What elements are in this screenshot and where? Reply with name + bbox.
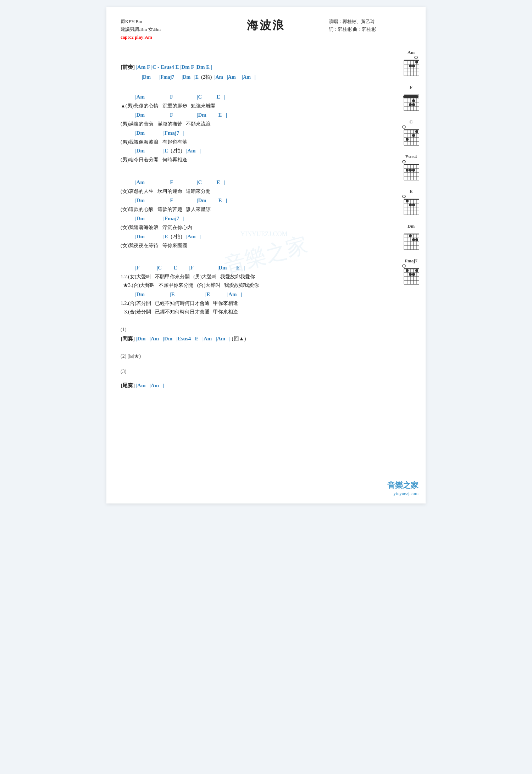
svg-point-26: [412, 103, 415, 106]
chord-c: C: [402, 119, 420, 147]
svg-point-11: [409, 65, 412, 67]
svg-point-96: [412, 273, 415, 276]
bottom-logo: 音樂之家 yinyuezj.com: [387, 480, 419, 496]
verse1-chord3: |Dm |Fmaj7 |: [121, 128, 383, 138]
verse2-chord3: |Dm |Fmaj7 |: [121, 214, 383, 223]
chord-e: E: [402, 189, 420, 217]
singer-info: 演唱：郭桂彬、黃乙玲: [329, 18, 376, 26]
verse2-lyric1: (女)哀怨的人生 坎坷的運命 逼咱來分開: [121, 187, 383, 196]
prelude-line1: [前奏] |Am F |C - Esus4 E |Dm F |Dm E |: [121, 62, 383, 72]
note2-section: (2) (回★): [121, 353, 383, 360]
f-diagram: [402, 91, 420, 113]
interlude-note3: (3): [121, 369, 383, 374]
verse2-lyric2: (女)這款的心酸 這款的苦楚 誰人來體諒: [121, 205, 383, 214]
esus4-diagram: [402, 160, 420, 182]
chord-am: Am: [402, 50, 420, 78]
verse2-chord2: |Dm F |Dm E |: [121, 196, 383, 205]
capo-info: capo:2 play:Am: [121, 33, 161, 41]
svg-rect-24: [403, 95, 419, 98]
svg-point-67: [406, 200, 409, 202]
chord-f: F: [402, 84, 420, 113]
svg-point-0: [415, 56, 417, 59]
svg-point-12: [412, 65, 415, 67]
svg-point-55: [412, 169, 415, 172]
svg-point-97: [415, 269, 418, 272]
svg-point-25: [409, 103, 412, 106]
verse2-chord4: |Dm |E (2拍) |Am |: [121, 232, 383, 241]
key-info: 原KEY:Bm: [121, 18, 161, 26]
svg-point-27: [412, 99, 415, 102]
chorus-lyric1b: ★3.(合)大聲叫 不願甲你來分開 (合)大聲叫 我愛故鄉我愛你: [121, 281, 383, 290]
suggestion-info: 建議男調:Bm 女:Bm: [121, 26, 161, 33]
verse2-lyric3: (女)我隨著海波浪 浮沉在你心內: [121, 223, 383, 232]
lyricist-info: 詞：郭桂彬 曲：郭桂彬: [329, 26, 376, 33]
chorus-chord2: |Dm |E |E |Am |: [121, 290, 383, 299]
verse2-lyric4: (女)我夜夜在等待 等你來團圓: [121, 241, 383, 250]
meta-right: 演唱：郭桂彬、黃乙玲 詞：郭桂彬 曲：郭桂彬: [329, 18, 376, 33]
interlude-note1: (1): [121, 327, 383, 333]
svg-point-80: [409, 234, 412, 237]
svg-point-56: [403, 195, 405, 198]
prelude-line2: |Dm |Fmaj7 |Dm |E (2拍) |Am |Am |Am |: [121, 72, 383, 82]
chorus-chord1: |F |C E |F |Dm E |: [121, 263, 383, 273]
chorus-lyric2b: 3.(合)若分開 已經不知何時何日才會通 甲你來相逢: [121, 308, 383, 316]
chord-fmaj7: Fmaj7: [402, 258, 420, 286]
chord-esus4: Esus4: [402, 154, 420, 182]
verse2-chord1: |Am F |C E |: [121, 178, 383, 187]
logo-cn: 音樂之家: [387, 480, 419, 491]
page: 海波浪 原KEY:Bm 建議男調:Bm 女:Bm capo:2 play:Am …: [106, 7, 426, 503]
e-diagram: [402, 195, 420, 217]
verse1-section: |Am F |C E | ▲(男)悲傷的心情 沉重的腳步 勉強來離開 |Dm F…: [121, 87, 383, 164]
chord-dm: Dm: [402, 223, 420, 252]
verse1-lyric1: ▲(男)悲傷的心情 沉重的腳步 勉強來離開: [121, 102, 383, 110]
verse1-chord2: |Dm F |Dm E |: [121, 110, 383, 120]
svg-point-28: [403, 126, 405, 128]
svg-point-54: [409, 169, 412, 172]
svg-point-39: [415, 130, 418, 133]
interlude-section: (1) [間奏] |Dm |Am |Dm |Esus4 E |Am |Am | …: [121, 327, 383, 344]
prelude-section: [前奏] |Am F |C - Esus4 E |Dm F |Dm E | |D…: [121, 62, 383, 82]
verse1-chord1: |Am F |C E |: [121, 92, 383, 102]
am-diagram: [402, 56, 420, 78]
verse1-lyric4: (男)咱今日若分開 何時再相逢: [121, 156, 383, 164]
interlude-line: [間奏] |Dm |Am |Dm |Esus4 E |Am |Am | (回▲): [121, 333, 383, 344]
dm-diagram: [402, 230, 420, 252]
chorus-lyric2a: 1.2.(合)若分開 已經不知何時何日才會通 甲你來相逢: [121, 299, 383, 308]
svg-point-53: [406, 169, 409, 172]
chorus-lyric1a: 1.2.(女)大聲叫 不願甲你來分開 (男)大聲叫 我愛故鄉我愛你: [121, 273, 383, 281]
svg-point-41: [406, 138, 409, 141]
interlude-note2: (2) (回★): [121, 353, 383, 360]
prelude-label: [前奏]: [121, 64, 135, 70]
svg-point-68: [409, 204, 412, 206]
svg-point-42: [403, 160, 405, 163]
verse2-section: |Am F |C E | (女)哀怨的人生 坎坷的運命 逼咱來分開 |Dm F …: [121, 173, 383, 250]
c-diagram: [402, 126, 420, 147]
svg-point-83: [403, 265, 405, 267]
outro-line: [尾奏] |Am |Am |: [121, 380, 383, 391]
svg-point-13: [415, 61, 418, 63]
outro-label: [尾奏]: [121, 383, 135, 388]
interlude-label: [間奏]: [121, 336, 135, 341]
chorus-section: |F |C E |F |Dm E | 1.2.(女)大聲叫 不願甲你來分開 (男…: [121, 258, 383, 316]
verse1-lyric2: (男)滿腹的苦衷 滿腹的痛苦 不願來流浪: [121, 120, 383, 128]
svg-point-81: [412, 238, 415, 241]
svg-point-82: [415, 238, 418, 241]
svg-point-94: [406, 269, 409, 272]
logo-en: yinyuezj.com: [387, 491, 419, 496]
chord-diagrams: Am: [402, 50, 420, 286]
svg-point-69: [412, 204, 415, 206]
verse1-lyric3: (男)我親像海波浪 有起也有落: [121, 138, 383, 146]
outro-section: [尾奏] |Am |Am |: [121, 380, 383, 391]
verse1-chord4: |Dm |E (2拍) |Am |: [121, 146, 383, 156]
note3-section: (3): [121, 369, 383, 374]
svg-point-40: [412, 134, 415, 137]
meta-left: 原KEY:Bm 建議男調:Bm 女:Bm capo:2 play:Am: [121, 18, 161, 41]
fmaj7-diagram: [402, 265, 420, 286]
main-content: [前奏] |Am F |C - Esus4 E |Dm F |Dm E | |D…: [121, 62, 383, 391]
svg-point-95: [409, 273, 412, 276]
